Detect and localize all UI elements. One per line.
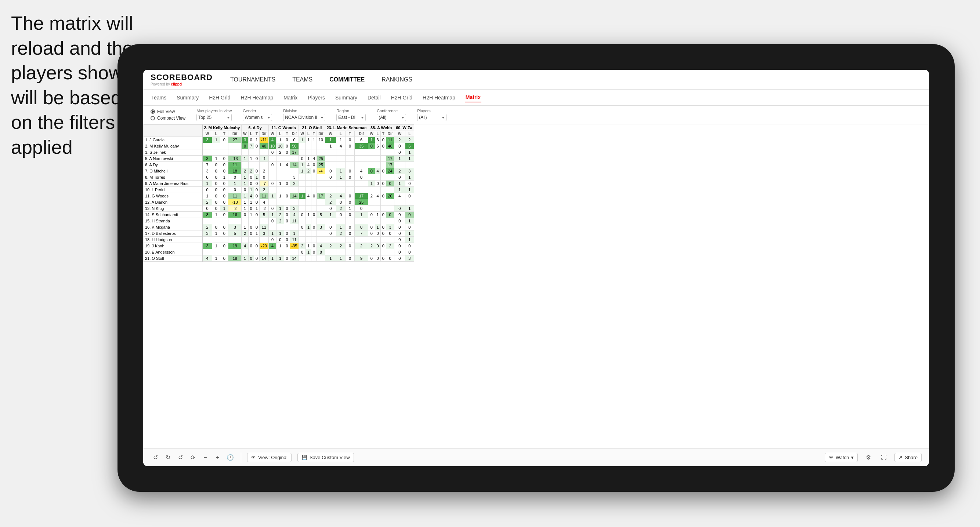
full-view-option[interactable]: Full View <box>151 109 185 114</box>
sub-w3: W <box>269 131 276 137</box>
subnav-h2h-heatmap[interactable]: H2H Heatmap <box>240 93 274 102</box>
sub-dif1: Dif <box>228 131 242 137</box>
undo-icon[interactable]: ↺ <box>151 453 160 462</box>
table-row: 9. A Maria Jimenez Rios 1001 100-7 0102 … <box>143 181 414 187</box>
compact-view-radio[interactable] <box>151 116 155 121</box>
compact-view-option[interactable]: Compact View <box>151 116 185 121</box>
max-players-label: Max players in view <box>196 109 232 113</box>
matrix-content: 2. M Kelly Mulcahy 6. A Dy 11. G Woods 2… <box>143 124 929 448</box>
expand-icon[interactable]: ⛶ <box>879 453 889 462</box>
subnav-teams[interactable]: Teams <box>151 93 167 102</box>
col-header-3: 11. G Woods <box>269 125 299 131</box>
subnav-h2h-heatmap2[interactable]: H2H Heatmap <box>422 93 456 102</box>
table-row: 16. K Mcgaha 2003 10011 0103 0100 0103 0… <box>143 224 414 230</box>
clock-icon[interactable]: 🕐 <box>226 453 235 462</box>
row-name: 6. A Dy <box>143 162 202 168</box>
sub-t1: T <box>220 131 228 137</box>
division-filter: Division NCAA Division II NCAA Division … <box>283 109 325 121</box>
subnav-summary[interactable]: Summary <box>176 93 199 102</box>
chevron-down-icon: ▾ <box>851 455 854 460</box>
row-name: 15. H Stranda <box>143 218 202 224</box>
sub-l2: L <box>248 131 254 137</box>
save-icon: 💾 <box>301 455 307 460</box>
nav-items: TOURNAMENTS TEAMS COMMITTEE RANKINGS <box>227 75 415 84</box>
max-players-select[interactable]: Top 25 Top 50 All <box>196 114 232 121</box>
max-players-filter: Max players in view Top 25 Top 50 All <box>196 109 232 121</box>
col-header-5: 23. L Marie Schumac <box>325 125 368 131</box>
watch-icon: 👁 <box>829 455 834 460</box>
table-row: 1. J Garcia 31027 301-11 4100 11110 1106… <box>143 137 414 143</box>
watch-button[interactable]: 👁 Watch ▾ <box>825 453 858 462</box>
col-header-1: 2. M Kelly Mulcahy <box>202 125 242 131</box>
col-header-7: 60. W Za <box>395 125 414 131</box>
subnav-h2h-grid2[interactable]: H2H Grid <box>390 93 413 102</box>
undo-redo-group: ↺ ↻ ↺ ⟳ − + 🕐 <box>151 453 235 462</box>
bottom-toolbar: ↺ ↻ ↺ ⟳ − + 🕐 👁 View: Original 💾 Save Cu… <box>143 448 929 466</box>
nav-committee[interactable]: COMMITTEE <box>326 75 368 84</box>
subnav-detail[interactable]: Detail <box>367 93 382 102</box>
refresh-icon[interactable]: ⟳ <box>188 453 197 462</box>
save-custom-button[interactable]: 💾 Save Custom View <box>298 453 354 462</box>
table-row: 17. D Ballesteros 3105 2013 1101 0207 00… <box>143 230 414 237</box>
table-row: 3. S Jelinek 02017 01 <box>143 149 414 156</box>
nav-rankings[interactable]: RANKINGS <box>379 75 415 84</box>
redo-icon[interactable]: ↻ <box>163 453 173 462</box>
share-button[interactable]: ↗ Share <box>894 453 922 462</box>
matrix-table-container[interactable]: 2. M Kelly Mulcahy 6. A Dy 11. G Woods 2… <box>143 124 929 448</box>
share-label: Share <box>905 455 918 460</box>
row-name: 2. M Kelly Mulcahy <box>143 143 202 149</box>
players-select[interactable]: (All) <box>417 114 447 121</box>
table-row: 21. O Stoll 41018 10014 11014 1109 0000 … <box>143 256 414 262</box>
subnav-matrix[interactable]: Matrix <box>283 93 298 102</box>
table-row: 15. H Stranda 02011 01 <box>143 218 414 224</box>
region-select[interactable]: East - DII West - DII All <box>336 114 366 121</box>
table-row: 18. H Hodgson 00011 01 <box>143 237 414 243</box>
corner-header <box>143 125 202 137</box>
matrix-table: 2. M Kelly Mulcahy 6. A Dy 11. G Woods 2… <box>143 124 414 262</box>
tablet-device: SCOREBOARD Powered by clippd TOURNAMENTS… <box>118 44 955 492</box>
region-filter: Region East - DII West - DII All <box>336 109 366 121</box>
sub-l1: L <box>212 131 220 137</box>
logo-powered: Powered by clippd <box>151 82 213 86</box>
row-name: 12. A Bianchi <box>143 199 202 206</box>
subnav-summary2[interactable]: Summary <box>334 93 358 102</box>
settings-icon[interactable]: ⚙ <box>864 453 873 462</box>
col-header-2: 6. A Dy <box>242 125 269 131</box>
conference-label: Conference <box>377 109 406 113</box>
filters-row: Full View Compact View Max players in vi… <box>143 106 929 124</box>
sub-w4: W <box>299 131 305 137</box>
row-name: 20. E Andersson <box>143 249 202 256</box>
table-row: 14. S Srichantamit 31016 0105 1204 0105 … <box>143 212 414 218</box>
sub-t3: T <box>284 131 290 137</box>
plus-icon[interactable]: + <box>213 453 223 462</box>
row-name: 3. S Jelinek <box>143 149 202 156</box>
subnav-players[interactable]: Players <box>307 93 326 102</box>
col-header-6: 38. A Webb <box>368 125 395 131</box>
conference-select[interactable]: (All) <box>377 114 406 121</box>
toolbar-divider-1 <box>241 452 241 463</box>
subnav-h2h-grid[interactable]: H2H Grid <box>208 93 231 102</box>
division-select[interactable]: NCAA Division II NCAA Division I NCAA Di… <box>283 114 325 121</box>
nav-teams[interactable]: TEAMS <box>290 75 315 84</box>
row-name: 16. K Mcgaha <box>143 224 202 230</box>
minus-icon[interactable]: − <box>200 453 210 462</box>
sub-dif3: Dif <box>290 131 299 137</box>
nav-tournaments[interactable]: TOURNAMENTS <box>227 75 278 84</box>
sub-w6: W <box>368 131 375 137</box>
row-name: 13. N Klug <box>143 206 202 212</box>
tablet-screen: SCOREBOARD Powered by clippd TOURNAMENTS… <box>143 70 929 466</box>
annotation-text: The matrix will reload and the players s… <box>11 11 136 160</box>
gender-select[interactable]: Women's Men's <box>243 114 272 121</box>
table-row: 8. M Torres 0010 1010 3 0100 01 <box>143 174 414 181</box>
table-row: 2. M Kelly Mulcahy 07040 1010050 14035 0… <box>143 143 414 149</box>
table-row: 12. A Bianchi 200-18 1104 20025 <box>143 199 414 206</box>
subnav-matrix2[interactable]: Matrix <box>465 93 481 102</box>
reset-icon[interactable]: ↺ <box>175 453 185 462</box>
row-name: 9. A Maria Jimenez Rios <box>143 181 202 187</box>
row-name: 21. O Stoll <box>143 256 202 262</box>
row-name: 17. D Ballesteros <box>143 230 202 237</box>
players-label: Players <box>417 109 447 113</box>
full-view-radio[interactable] <box>151 110 155 114</box>
table-row: 13. N Klug 001-2 101-2 0103 0210 01 <box>143 206 414 212</box>
view-original-button[interactable]: 👁 View: Original <box>247 453 291 462</box>
